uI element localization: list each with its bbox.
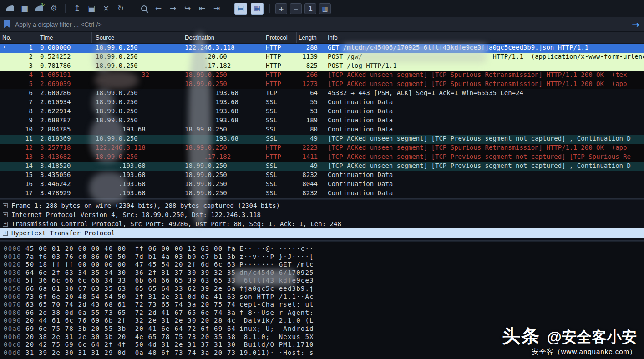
go-last-packet-button[interactable]: ⇥ bbox=[210, 2, 223, 15]
hex-offset: 0020 bbox=[0, 261, 25, 269]
hex-row[interactable]: 0090 20 44 61 6c 76 69 6b 2f 32 2e 31 2e… bbox=[0, 317, 644, 325]
zoom-original-button[interactable]: 1 bbox=[304, 3, 316, 14]
packet-row[interactable]: 16 3.446242 .193.68 18.99.0.250 SSL 8044… bbox=[0, 180, 644, 189]
hex-row[interactable]: 00b0 20 38 2e 31 2e 30 3b 20 4e 65 78 75… bbox=[0, 333, 644, 341]
column-header-length[interactable]: Length bbox=[297, 32, 320, 43]
packet-protocol: HTTP bbox=[262, 53, 297, 62]
hex-offset: 0080 bbox=[0, 309, 25, 317]
packet-info: POST /gw/ HTTP/1.1 (application/x-www-fo… bbox=[320, 53, 644, 62]
packet-row[interactable]: 3 0.781786 18.99.0.250 .17.182 HTTP 825 … bbox=[0, 62, 644, 71]
colorize-button[interactable]: ▤ bbox=[234, 3, 247, 15]
packet-row[interactable]: 6 2.600286 18.99.0.250 193.68 TCP 64 453… bbox=[0, 89, 644, 98]
detail-line[interactable]: + Hypertext Transfer Protocol bbox=[0, 228, 644, 238]
packet-destination: 193.68 bbox=[181, 116, 262, 126]
expander-icon[interactable]: + bbox=[3, 231, 8, 236]
packet-row[interactable]: 17 3.478929 .193.68 18.99.0.250 SSL 8232… bbox=[0, 189, 644, 198]
packet-no: 8 bbox=[6, 107, 36, 116]
resize-columns-button[interactable]: ▥ bbox=[319, 3, 331, 14]
detail-line[interactable]: + Transmission Control Protocol, Src Por… bbox=[0, 219, 644, 228]
hex-row[interactable]: 00c0 20 42 75 69 6c 64 2f 4f 50 4d 31 2e… bbox=[0, 341, 644, 349]
packet-length: 8044 bbox=[297, 180, 320, 189]
packet-source: .193.68 bbox=[92, 189, 181, 198]
column-header-destination[interactable]: Destination bbox=[181, 32, 262, 43]
hex-row[interactable]: 00a0 69 6e 75 78 3b 20 55 3b 20 41 6e 64… bbox=[0, 325, 644, 333]
capture-restart-button[interactable] bbox=[32, 2, 46, 15]
column-header-source[interactable]: Source bbox=[92, 32, 181, 43]
go-first-packet-button[interactable]: ⇤ bbox=[195, 2, 209, 15]
hex-row[interactable]: 0050 66 6a 61 30 67 63 35 63 65 65 64 33… bbox=[0, 285, 644, 293]
current-packet-arrow-icon: → bbox=[0, 44, 6, 53]
close-capture-button[interactable]: × bbox=[99, 2, 113, 15]
hex-row[interactable]: 0040 5f 36 6c 66 6c 66 34 33 6b 64 66 65… bbox=[0, 277, 644, 285]
column-header-info[interactable]: Info bbox=[320, 32, 644, 43]
packet-no: 1 bbox=[6, 44, 36, 53]
packet-row[interactable]: 15 3.435056 .193.68 18.99.0.250 SSL 8232… bbox=[0, 171, 644, 180]
expander-icon[interactable]: + bbox=[3, 222, 8, 227]
hex-row[interactable]: 0070 63 65 70 74 2d 43 68 61 72 73 65 74… bbox=[0, 301, 644, 309]
packet-list-body: → 1 0.000000 18.99.0.250 122.246.3.118 H… bbox=[0, 44, 644, 198]
hex-ascii: cept-Cha rset: ut bbox=[239, 301, 644, 309]
toolbar-group-navigate: ← → ↪ ⇤ ⇥ bbox=[137, 2, 224, 15]
save-capture-button[interactable]: ▤ bbox=[85, 2, 98, 15]
capture-options-button[interactable]: ⚙ bbox=[47, 2, 61, 15]
hex-row[interactable]: 0020 50 18 ff ff 00 00 00 00 47 45 54 20… bbox=[0, 261, 644, 269]
expander-icon[interactable]: + bbox=[3, 212, 8, 217]
hex-row[interactable]: 00d0 31 39 2e 30 31 31 29 0d 0a 48 6f 73… bbox=[0, 349, 644, 357]
zoom-in-button[interactable]: + bbox=[275, 3, 287, 14]
packet-row[interactable]: 11 2.818369 18.99.0.250 193.68 SSL 49 [T… bbox=[0, 135, 644, 144]
hex-offset: 00b0 bbox=[0, 333, 25, 341]
toolbar-group-capture: ■ ⚙ bbox=[3, 2, 61, 15]
packet-no: 15 bbox=[6, 171, 36, 180]
toolbar-group-zoom: + − 1 ▥ bbox=[274, 3, 332, 14]
packet-info: Continuation Data bbox=[320, 180, 644, 189]
hex-row[interactable]: 0000 45 00 01 20 00 00 40 00 ff 06 00 00… bbox=[0, 245, 644, 253]
hex-row[interactable]: 0030 64 6e 2f 63 34 35 34 30 36 2f 31 37… bbox=[0, 269, 644, 277]
packet-row[interactable]: → 1 0.000000 18.99.0.250 122.246.3.118 H… bbox=[0, 44, 644, 53]
hex-row[interactable]: 0010 7a f6 03 76 c0 86 00 50 7d b1 4a 03… bbox=[0, 253, 644, 261]
packet-length: 80 bbox=[297, 126, 320, 135]
hex-row[interactable]: 0080 66 2d 38 0d 0a 55 73 65 72 2d 41 67… bbox=[0, 309, 644, 317]
packet-row[interactable]: 12 3.257718 122.246.3.118 18.99.0.250 HT… bbox=[0, 144, 644, 153]
reload-capture-button[interactable]: ↻ bbox=[114, 2, 127, 15]
hex-ascii: dn/c4540 6/170925 bbox=[239, 269, 644, 277]
autoscroll-button[interactable]: ▦ bbox=[251, 3, 264, 15]
packet-no: 2 bbox=[6, 53, 36, 62]
go-back-button[interactable]: ← bbox=[152, 2, 165, 15]
packet-destination: 193.68 bbox=[181, 107, 262, 116]
packet-row[interactable]: 8 2.622914 18.99.0.250 193.68 SSL 53 Con… bbox=[0, 107, 644, 116]
packet-row[interactable]: 9 2.688787 18.99.0.250 193.68 SSL 189 Co… bbox=[0, 116, 644, 126]
one-to-one-icon: 1 bbox=[308, 5, 313, 12]
filter-bookmark-icon[interactable] bbox=[4, 20, 10, 28]
column-header-time[interactable]: Time bbox=[36, 32, 92, 43]
hex-row[interactable]: 0060 73 6f 6e 20 48 54 54 50 2f 31 2e 31… bbox=[0, 293, 644, 301]
packet-row[interactable]: 10 2.804785 .193.68 18.99.0.250 SSL 80 C… bbox=[0, 126, 644, 135]
current-packet-arrow-icon bbox=[0, 89, 6, 98]
packet-row[interactable]: 2 0.524252 18.99.0.250 .20.60 HTTP 1139 … bbox=[0, 53, 644, 62]
column-header-no[interactable]: No. bbox=[0, 32, 36, 43]
packet-row[interactable]: 13 3.413682 18.99.0.250 .17.182 HTTP 141… bbox=[0, 153, 644, 162]
packet-row[interactable]: 14 3.418520 .193.68 18.99.0.250 SSL 49 [… bbox=[0, 162, 644, 171]
column-header-protocol[interactable]: Protocol bbox=[262, 32, 297, 43]
capture-start-button[interactable] bbox=[3, 2, 17, 15]
packet-no: 13 bbox=[6, 153, 36, 162]
apply-filter-button[interactable]: → bbox=[630, 19, 641, 30]
packet-row[interactable]: 4 1.605191 32 18.99.0.250 HTTP 266 [TCP … bbox=[0, 71, 644, 80]
hex-ascii: 19.011)· ·Host: s bbox=[239, 349, 644, 357]
packet-row[interactable]: 5 2.069039 18.99.0.250 HTTP 1273 [TCP AC… bbox=[0, 80, 644, 89]
packet-source: .193.68 bbox=[92, 180, 181, 189]
current-packet-arrow-icon bbox=[0, 189, 6, 198]
packet-time: 3.418520 bbox=[36, 162, 92, 171]
go-to-packet-button[interactable]: ↪ bbox=[181, 2, 194, 15]
display-filter-input[interactable] bbox=[14, 20, 630, 29]
detail-line[interactable]: + Internet Protocol Version 4, Src: 18.9… bbox=[0, 210, 644, 219]
find-packet-button[interactable] bbox=[137, 2, 151, 15]
detail-line[interactable]: + Frame 1: 288 bytes on wire (2304 bits)… bbox=[0, 201, 644, 210]
expander-icon[interactable]: + bbox=[3, 203, 8, 208]
packet-row[interactable]: 7 2.610934 18.99.0.250 193.68 SSL 55 Con… bbox=[0, 98, 644, 107]
zoom-out-button[interactable]: − bbox=[290, 3, 302, 14]
open-capture-button[interactable]: ↥ bbox=[70, 2, 84, 15]
hex-ascii: _6lflf43 kdfe9ce3 bbox=[239, 277, 644, 285]
go-forward-button[interactable]: → bbox=[166, 2, 180, 15]
capture-stop-button[interactable]: ■ bbox=[18, 2, 31, 15]
packet-source: 18.99.0.250 bbox=[92, 135, 181, 144]
